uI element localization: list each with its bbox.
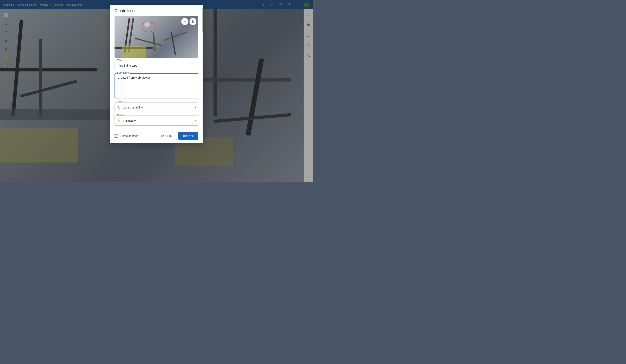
annotation-circle: [142, 22, 155, 32]
delete-image-button[interactable]: 🗑: [190, 18, 196, 25]
title-field-wrapper: Title: [115, 61, 198, 70]
wrench-icon: 🔧: [117, 106, 121, 109]
modal-overlay: Create Issue: [0, 0, 313, 182]
scroll-indicator: [202, 5, 203, 143]
cancel-button[interactable]: CANCEL: [156, 132, 177, 140]
create-another-wrapper[interactable]: Create another: [115, 134, 156, 138]
status-select[interactable]: In Review Open Closed In Progress: [115, 116, 198, 126]
type-select[interactable]: Constructability Design Safety Other: [115, 102, 198, 112]
footer-actions: CANCEL CREATE: [156, 132, 198, 140]
modal-header: Create Issue: [110, 5, 203, 16]
create-button[interactable]: CREATE: [178, 132, 198, 140]
status-icon: ⚡: [117, 119, 121, 122]
title-input[interactable]: [115, 61, 198, 70]
edit-image-button[interactable]: ✏: [181, 18, 188, 25]
status-select-wrapper: ⚡ In Review Open Closed In Progress ▾: [115, 116, 198, 126]
modal-body: ✏ 🗑 Title Description Created from web v…: [110, 16, 203, 129]
description-input[interactable]: Created from web viewer: [115, 73, 198, 98]
title-label: Title: [117, 59, 122, 62]
create-another-checkbox[interactable]: [115, 134, 118, 138]
scroll-thumb[interactable]: [202, 8, 203, 32]
type-select-wrapper: 🔧 Constructability Design Safety Other ▾: [115, 102, 198, 112]
image-actions: ✏ 🗑: [181, 18, 196, 25]
modal-footer: Create another CANCEL CREATE: [110, 129, 203, 143]
type-field-wrapper: Type 🔧 Constructability Design Safety Ot…: [115, 102, 198, 112]
issue-image: ✏ 🗑: [115, 16, 198, 58]
description-field-wrapper: Description Created from web viewer: [115, 73, 198, 99]
create-another-label: Create another: [119, 134, 138, 137]
create-issue-modal: Create Issue: [110, 5, 203, 143]
description-label: Description: [117, 72, 130, 74]
status-field-wrapper: Status ⚡ In Review Open Closed In Progre…: [115, 116, 198, 126]
modal-title: Create Issue: [115, 8, 136, 13]
